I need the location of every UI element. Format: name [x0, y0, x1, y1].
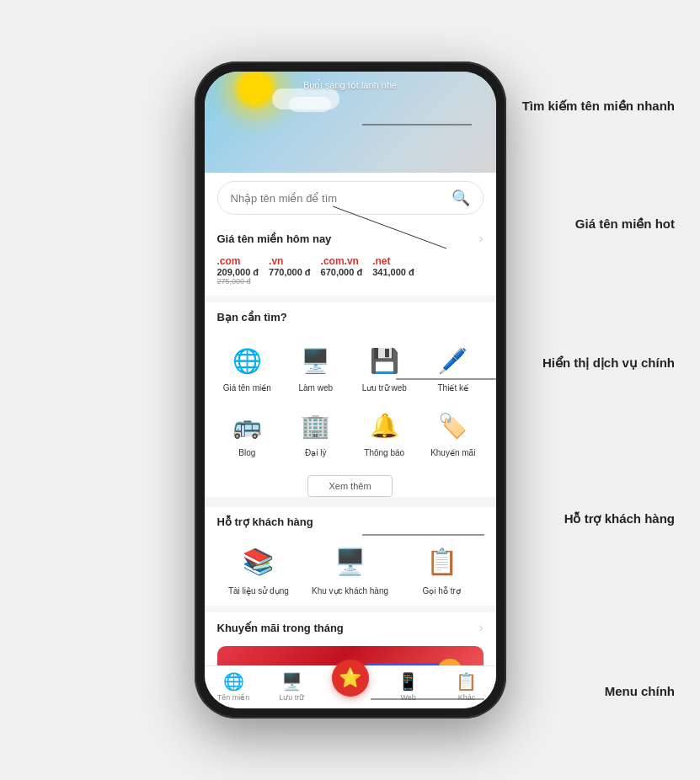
- hero-section: Buổi sáng tốt lành nhé: [205, 72, 496, 173]
- domain-price-com: 209,000 đ: [217, 267, 259, 277]
- nav-icon-web: 📱: [398, 671, 419, 692]
- services-grid: 🌐 Giá tên miền 🖥️ Làm web 💾 Lưu trữ web: [205, 329, 496, 472]
- nav-label-web: Web: [401, 693, 416, 702]
- service-label-web: Làm web: [298, 383, 333, 393]
- service-item-blog[interactable]: 🚌 Blog: [213, 400, 282, 465]
- phone-screen: Buổi sáng tốt lành nhé 🔍 Giá tên miền hô…: [205, 72, 496, 708]
- domain-item-com[interactable]: .com 209,000 đ 275,000 đ: [217, 255, 259, 286]
- domain-section-arrow[interactable]: ›: [479, 232, 484, 245]
- nav-item-domain[interactable]: 🌐 Tên miền: [205, 671, 263, 702]
- page-wrapper: Buổi sáng tốt lành nhé 🔍 Giá tên miền hô…: [0, 0, 700, 780]
- service-label-design: Thiết kế: [438, 383, 468, 393]
- service-item-hosting[interactable]: 💾 Lưu trữ web: [350, 335, 419, 400]
- support-item-customer[interactable]: 🖥️ Khu vực khách hàng: [304, 540, 396, 596]
- service-icon-hosting: 💾: [366, 342, 403, 379]
- services-section-header: Bạn cần tìm?: [205, 302, 496, 329]
- domain-section: Giá tên miền hôm nay › .com 209,000 đ 27…: [205, 223, 496, 296]
- domain-price-vn: 770,000 đ: [269, 267, 311, 277]
- search-container: 🔍: [205, 173, 496, 223]
- svg-point-4: [437, 659, 462, 665]
- domain-ext-vn: .vn: [269, 255, 311, 267]
- nav-item-web[interactable]: 📱 Web: [379, 671, 437, 702]
- services-section: Bạn cần tìm? 🌐 Giá tên miền 🖥️ Làm web 💾: [205, 302, 496, 497]
- service-label-blog: Blog: [238, 448, 255, 458]
- domain-section-title: Giá tên miền hôm nay: [217, 232, 332, 245]
- support-label-customer: Khu vực khách hàng: [312, 586, 388, 596]
- support-icon-customer: 🖥️: [329, 540, 371, 582]
- support-section-header: Hỗ trợ khách hàng: [205, 507, 496, 533]
- support-grid: 📚 Tài liệu sử dụng 🖥️ Khu vực khách hàng…: [205, 533, 496, 606]
- domain-price-comvn: 670,000 đ: [321, 267, 363, 277]
- domain-ext-comvn: .com.vn: [321, 255, 363, 267]
- hero-greeting: Buổi sáng tốt lành nhé: [303, 80, 397, 91]
- domain-section-header: Giá tên miền hôm nay ›: [205, 223, 496, 250]
- service-icon-design: 🖊️: [435, 342, 472, 379]
- support-label-docs: Tài liệu sử dụng: [228, 586, 289, 596]
- service-label-domain: Giá tên miền: [223, 383, 271, 393]
- promo-section-arrow[interactable]: ›: [479, 621, 484, 634]
- service-icon-agency: 🏢: [297, 407, 334, 444]
- see-more-button[interactable]: Xem thêm: [307, 475, 392, 497]
- domain-ext-com: .com: [217, 255, 259, 267]
- nav-label-hosting: Lưu trữ: [279, 693, 304, 702]
- nav-item-home[interactable]: ⭐: [321, 671, 379, 702]
- search-input[interactable]: [231, 192, 452, 205]
- annotation-search: Tìm kiếm tên miền nhanh: [522, 97, 675, 115]
- nav-item-hosting[interactable]: 🖥️ Lưu trữ: [263, 671, 321, 702]
- annotation-support: Hỗ trợ khách hàng: [564, 510, 675, 527]
- support-item-call[interactable]: 📋 Gọi hỗ trợ: [396, 540, 488, 596]
- support-icon-call: 📋: [420, 540, 462, 582]
- service-item-web[interactable]: 🖥️ Làm web: [281, 335, 350, 400]
- bottom-nav: 🌐 Tên miền 🖥️ Lưu trữ ⭐ 📱 Web 📋 K: [205, 665, 496, 708]
- service-label-agency: Đại lý: [305, 448, 326, 458]
- nav-center-icon[interactable]: ⭐: [332, 660, 369, 697]
- domain-prices: .com 209,000 đ 275,000 đ .vn 770,000 đ .…: [205, 250, 496, 296]
- support-label-call: Gọi hỗ trợ: [423, 586, 461, 596]
- nav-label-domain: Tên miền: [217, 693, 250, 702]
- nav-icon-hosting: 🖥️: [281, 671, 302, 692]
- domain-old-com: 275,000 đ: [217, 277, 259, 286]
- support-section: Hỗ trợ khách hàng 📚 Tài liệu sử dụng 🖥️ …: [205, 507, 496, 606]
- domain-price-net: 341,000 đ: [372, 267, 414, 277]
- service-icon-domain: 🌐: [228, 342, 265, 379]
- service-item-design[interactable]: 🖊️ Thiết kế: [419, 335, 488, 400]
- nav-label-other: Khác: [458, 693, 476, 702]
- service-label-promo: Khuyến mãi: [430, 448, 475, 458]
- service-icon-web: 🖥️: [297, 342, 334, 379]
- annotation-services: Hiển thị dịch vụ chính: [542, 354, 675, 371]
- service-item-domain[interactable]: 🌐 Giá tên miền: [213, 335, 282, 400]
- service-item-agency[interactable]: 🏢 Đại lý: [281, 400, 350, 465]
- annotation-price: Giá tên miền hot: [575, 215, 675, 232]
- service-icon-promo: 🏷️: [435, 407, 472, 444]
- domain-item-net[interactable]: .net 341,000 đ: [372, 255, 414, 286]
- service-icon-blog: 🚌: [228, 407, 265, 444]
- support-item-docs[interactable]: 📚 Tài liệu sử dụng: [213, 540, 305, 596]
- nav-icon-domain: 🌐: [223, 671, 244, 692]
- promo-section-title: Khuyến mãi trong tháng: [217, 622, 344, 634]
- support-section-title: Hỗ trợ khách hàng: [217, 516, 313, 528]
- support-icon-docs: 📚: [238, 540, 280, 582]
- content-area[interactable]: Giá tên miền hôm nay › .com 209,000 đ 27…: [205, 223, 496, 665]
- promo-section-header: Khuyến mãi trong tháng ›: [205, 612, 496, 639]
- domain-item-vn[interactable]: .vn 770,000 đ: [269, 255, 311, 286]
- nav-item-other[interactable]: 📋 Khác: [437, 671, 495, 702]
- phone-frame: Buổi sáng tốt lành nhé 🔍 Giá tên miền hô…: [195, 61, 506, 719]
- service-item-notify[interactable]: 🔔 Thông báo: [350, 400, 419, 465]
- domain-ext-net: .net: [372, 255, 414, 267]
- service-label-hosting: Lưu trữ web: [362, 383, 407, 393]
- search-bar[interactable]: 🔍: [217, 181, 484, 215]
- domain-item-comvn[interactable]: .com.vn 670,000 đ: [321, 255, 363, 286]
- service-label-notify: Thông báo: [364, 448, 404, 458]
- services-section-title: Bạn cần tìm?: [217, 311, 287, 323]
- svg-rect-0: [366, 663, 441, 665]
- nav-icon-other: 📋: [456, 671, 477, 692]
- service-item-promo[interactable]: 🏷️ Khuyến mãi: [419, 400, 488, 465]
- service-icon-notify: 🔔: [366, 407, 403, 444]
- search-icon[interactable]: 🔍: [452, 189, 470, 207]
- annotation-menu: Menu chính: [605, 682, 675, 700]
- promo-section: Khuyến mãi trong tháng › MUA TÊN MIỀN ch…: [205, 612, 496, 665]
